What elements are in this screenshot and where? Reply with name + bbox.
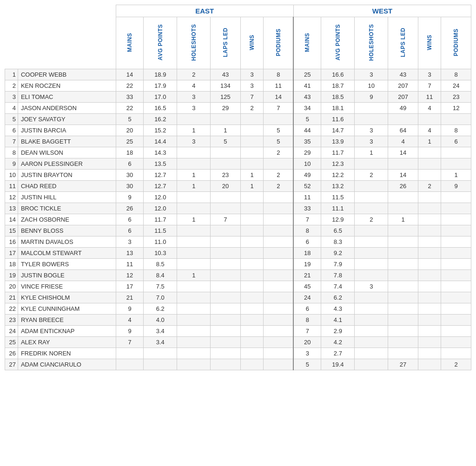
west-data-cell: 12.2 [321,170,355,181]
column-header-row: MAINS AVG POINTS HOLESHOTS LAPS LED WINS… [5,17,471,69]
west-data-cell: 19.4 [321,359,355,370]
west-data-cell [418,337,441,348]
rank-cell: 8 [5,147,18,158]
west-data-cell [441,315,471,326]
east-data-cell: 3 [240,80,264,92]
west-data-cell [441,348,471,359]
west-data-cell: 8 [293,225,321,236]
west-data-cell: 8 [441,69,471,80]
east-data-cell: 25 [116,136,144,147]
east-data-cell [211,158,241,170]
east-data-cell: 30 [116,181,144,192]
east-data-cell [264,270,294,281]
east-data-cell: 3.4 [144,337,177,348]
east-data-cell: 43 [211,69,241,80]
name-cell: KYLE CHISHOLM [18,292,116,303]
east-data-cell: 14 [264,92,294,103]
east-data-cell [240,281,264,292]
rank-cell: 25 [5,337,18,348]
west-data-cell: 1 [418,136,441,147]
east-data-cell: 18 [116,147,144,158]
west-data-cell [418,303,441,315]
west-data-cell: 11.5 [321,192,355,203]
table-row: 4JASON ANDERSON2216.5329273418.149412 [5,103,471,114]
east-data-cell: 1 [240,170,264,181]
east-data-cell [264,326,294,337]
table-body: 1COOPER WEBB1418.9243382516.6343382KEN R… [5,69,471,370]
west-data-cell [388,326,418,337]
name-cell: BROC TICKLE [18,203,116,214]
east-section-header: EAST [116,5,293,17]
east-data-cell: 3.4 [144,326,177,337]
table-row: 20VINCE FRIESE177.5457.43 [5,281,471,292]
table-row: 27ADAM CIANCIARULO519.4272 [5,359,471,370]
west-data-cell [355,359,388,370]
rank-cell: 17 [5,248,18,259]
west-data-cell: 3 [355,125,388,136]
name-cell: ZACH OSBORNE [18,214,116,225]
west-data-cell: 12.3 [321,158,355,170]
name-header [18,17,116,69]
west-data-cell [355,337,388,348]
west-data-cell [441,147,471,158]
west-data-cell [418,326,441,337]
rank-cell: 1 [5,69,18,80]
west-data-cell: 18.1 [321,103,355,114]
name-cell: COOPER WEBB [18,69,116,80]
west-data-cell [388,158,418,170]
east-data-cell [177,248,211,259]
east-data-cell: 29 [211,103,241,114]
west-data-cell: 20 [293,337,321,348]
name-cell: JUSTIN BARCIA [18,125,116,136]
east-data-cell: 2 [264,181,294,192]
east-data-cell: 20 [116,125,144,136]
east-data-cell: 6 [116,225,144,236]
east-data-cell: 9 [116,303,144,315]
east-data-cell [240,337,264,348]
table-row: 16MARTIN DAVALOS311.068.3 [5,236,471,248]
west-data-cell [418,147,441,158]
rank-cell: 15 [5,225,18,236]
west-data-cell [388,281,418,292]
west-data-cell: 44 [293,125,321,136]
west-data-cell: 4.2 [321,337,355,348]
east-data-cell: 5 [264,125,294,136]
west-data-cell: 4 [388,136,418,147]
east-data-cell [264,203,294,214]
east-data-cell: 1 [177,270,211,281]
west-data-cell [441,248,471,259]
table-row: 24ADAM ENTICKNAP93.472.9 [5,326,471,337]
east-data-cell: 13 [116,248,144,259]
east-data-cell [264,158,294,170]
east-data-cell: 1 [240,181,264,192]
table-row: 17MALCOLM STEWART1310.3189.2 [5,248,471,259]
west-data-cell: 3 [355,136,388,147]
west-data-cell: 52 [293,181,321,192]
west-data-cell [355,158,388,170]
east-data-cell: 23 [211,170,241,181]
west-data-cell [388,192,418,203]
east-data-cell [144,348,177,359]
west-data-cell [441,225,471,236]
east-data-cell [240,326,264,337]
east-data-cell: 12 [116,270,144,281]
east-data-cell [144,359,177,370]
west-data-cell [388,292,418,303]
east-data-cell [264,337,294,348]
west-data-cell [418,248,441,259]
east-data-cell: 12.7 [144,170,177,181]
west-data-cell: 4.3 [321,303,355,315]
east-holeshots-header: HOLESHOTS [177,17,211,69]
east-data-cell: 5 [264,136,294,147]
east-data-cell [211,359,241,370]
west-data-cell: 1 [441,170,471,181]
east-data-cell: 134 [211,80,241,92]
east-data-cell [177,326,211,337]
west-data-cell: 43 [388,69,418,80]
east-data-cell: 7 [264,103,294,114]
west-data-cell: 21 [293,270,321,281]
west-data-cell: 26 [388,181,418,192]
east-data-cell [177,158,211,170]
east-data-cell [177,114,211,125]
east-data-cell: 4 [177,80,211,92]
